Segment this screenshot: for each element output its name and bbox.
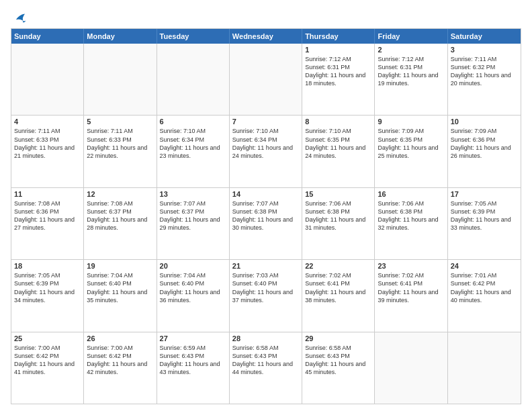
calendar-body: 1Sunrise: 7:12 AM Sunset: 6:31 PM Daylig… [11,44,521,404]
calendar-header: SundayMondayTuesdayWednesdayThursdayFrid… [11,29,521,44]
day-number: 23 [378,262,444,270]
day-number: 20 [160,262,226,270]
day-number: 22 [305,262,371,270]
cell-info: Sunrise: 7:10 AM Sunset: 6:35 PM Dayligh… [305,127,371,160]
cell-info: Sunrise: 7:12 AM Sunset: 6:31 PM Dayligh… [305,55,371,88]
cell-info: Sunrise: 7:08 AM Sunset: 6:37 PM Dayligh… [87,199,153,232]
calendar-cell: 20Sunrise: 7:04 AM Sunset: 6:40 PM Dayli… [157,260,230,331]
day-number: 2 [378,46,444,54]
calendar-cell [375,332,447,404]
day-number: 3 [451,46,518,54]
day-number: 14 [232,190,299,198]
calendar-cell: 24Sunrise: 7:01 AM Sunset: 6:42 PM Dayli… [448,260,521,331]
cell-info: Sunrise: 6:59 AM Sunset: 6:43 PM Dayligh… [160,344,226,377]
calendar-cell: 19Sunrise: 7:04 AM Sunset: 6:40 PM Dayli… [84,260,157,331]
calendar-cell [11,44,84,115]
calendar-row-5: 25Sunrise: 7:00 AM Sunset: 6:42 PM Dayli… [11,332,521,404]
day-number: 6 [160,118,226,126]
day-number: 19 [87,262,153,270]
calendar-cell [157,44,230,115]
cell-info: Sunrise: 7:08 AM Sunset: 6:36 PM Dayligh… [14,199,81,232]
calendar-cell: 26Sunrise: 7:00 AM Sunset: 6:42 PM Dayli… [84,332,157,404]
cell-info: Sunrise: 7:02 AM Sunset: 6:41 PM Dayligh… [378,271,444,304]
cell-info: Sunrise: 7:01 AM Sunset: 6:42 PM Dayligh… [451,271,518,304]
header-day-saturday: Saturday [448,29,521,44]
day-number: 9 [378,118,444,126]
calendar-row-4: 18Sunrise: 7:05 AM Sunset: 6:39 PM Dayli… [11,259,521,331]
calendar-cell: 15Sunrise: 7:06 AM Sunset: 6:38 PM Dayli… [302,188,375,259]
page-header [11,8,521,26]
cell-info: Sunrise: 7:07 AM Sunset: 6:37 PM Dayligh… [160,199,226,232]
calendar-cell: 18Sunrise: 7:05 AM Sunset: 6:39 PM Dayli… [11,260,84,331]
day-number: 25 [14,334,81,342]
day-number: 13 [160,190,226,198]
calendar-cell: 4Sunrise: 7:11 AM Sunset: 6:33 PM Daylig… [11,116,84,187]
calendar-row-3: 11Sunrise: 7:08 AM Sunset: 6:36 PM Dayli… [11,187,521,259]
cell-info: Sunrise: 6:58 AM Sunset: 6:43 PM Dayligh… [232,344,299,377]
header-day-sunday: Sunday [11,29,84,44]
cell-info: Sunrise: 7:12 AM Sunset: 6:31 PM Dayligh… [378,55,444,88]
day-number: 26 [87,334,153,342]
day-number: 1 [305,46,371,54]
calendar-cell: 11Sunrise: 7:08 AM Sunset: 6:36 PM Dayli… [11,188,84,259]
calendar-row-1: 1Sunrise: 7:12 AM Sunset: 6:31 PM Daylig… [11,44,521,115]
cell-info: Sunrise: 7:00 AM Sunset: 6:42 PM Dayligh… [14,344,81,377]
day-number: 4 [14,118,81,126]
logo [11,11,27,26]
day-number: 29 [305,334,371,342]
calendar-cell: 2Sunrise: 7:12 AM Sunset: 6:31 PM Daylig… [375,44,447,115]
header-day-thursday: Thursday [302,29,375,44]
calendar-cell: 17Sunrise: 7:05 AM Sunset: 6:39 PM Dayli… [448,188,521,259]
calendar-cell: 22Sunrise: 7:02 AM Sunset: 6:41 PM Dayli… [302,260,375,331]
calendar: SundayMondayTuesdayWednesdayThursdayFrid… [11,28,521,404]
calendar-cell: 25Sunrise: 7:00 AM Sunset: 6:42 PM Dayli… [11,332,84,404]
cell-info: Sunrise: 7:10 AM Sunset: 6:34 PM Dayligh… [160,127,226,160]
day-number: 10 [451,118,518,126]
header-day-friday: Friday [375,29,447,44]
calendar-cell [230,44,302,115]
cell-info: Sunrise: 7:03 AM Sunset: 6:40 PM Dayligh… [232,271,299,304]
calendar-cell: 21Sunrise: 7:03 AM Sunset: 6:40 PM Dayli… [230,260,302,331]
calendar-cell: 29Sunrise: 6:58 AM Sunset: 6:43 PM Dayli… [302,332,375,404]
calendar-cell: 10Sunrise: 7:09 AM Sunset: 6:36 PM Dayli… [448,116,521,187]
day-number: 21 [232,262,299,270]
day-number: 7 [232,118,299,126]
day-number: 18 [14,262,81,270]
cell-info: Sunrise: 7:04 AM Sunset: 6:40 PM Dayligh… [87,271,153,304]
calendar-row-2: 4Sunrise: 7:11 AM Sunset: 6:33 PM Daylig… [11,115,521,187]
day-number: 11 [14,190,81,198]
calendar-cell: 13Sunrise: 7:07 AM Sunset: 6:37 PM Dayli… [157,188,230,259]
cell-info: Sunrise: 7:04 AM Sunset: 6:40 PM Dayligh… [160,271,226,304]
calendar-cell: 9Sunrise: 7:09 AM Sunset: 6:35 PM Daylig… [375,116,447,187]
cell-info: Sunrise: 7:07 AM Sunset: 6:38 PM Dayligh… [232,199,299,232]
cell-info: Sunrise: 7:11 AM Sunset: 6:32 PM Dayligh… [451,55,518,88]
cell-info: Sunrise: 7:11 AM Sunset: 6:33 PM Dayligh… [87,127,153,160]
cell-info: Sunrise: 7:09 AM Sunset: 6:35 PM Dayligh… [378,127,444,160]
cell-info: Sunrise: 7:02 AM Sunset: 6:41 PM Dayligh… [305,271,371,304]
calendar-cell: 7Sunrise: 7:10 AM Sunset: 6:34 PM Daylig… [230,116,302,187]
day-number: 12 [87,190,153,198]
logo-bird-icon [12,11,27,26]
day-number: 8 [305,118,371,126]
day-number: 15 [305,190,371,198]
calendar-cell: 27Sunrise: 6:59 AM Sunset: 6:43 PM Dayli… [157,332,230,404]
cell-info: Sunrise: 7:05 AM Sunset: 6:39 PM Dayligh… [14,271,81,304]
header-day-monday: Monday [84,29,157,44]
calendar-cell: 5Sunrise: 7:11 AM Sunset: 6:33 PM Daylig… [84,116,157,187]
cell-info: Sunrise: 7:00 AM Sunset: 6:42 PM Dayligh… [87,344,153,377]
cell-info: Sunrise: 7:05 AM Sunset: 6:39 PM Dayligh… [451,199,518,232]
cell-info: Sunrise: 7:06 AM Sunset: 6:38 PM Dayligh… [378,199,444,232]
calendar-cell: 12Sunrise: 7:08 AM Sunset: 6:37 PM Dayli… [84,188,157,259]
calendar-cell: 28Sunrise: 6:58 AM Sunset: 6:43 PM Dayli… [230,332,302,404]
calendar-cell: 3Sunrise: 7:11 AM Sunset: 6:32 PM Daylig… [448,44,521,115]
day-number: 16 [378,190,444,198]
cell-info: Sunrise: 7:10 AM Sunset: 6:34 PM Dayligh… [232,127,299,160]
day-number: 5 [87,118,153,126]
calendar-cell: 16Sunrise: 7:06 AM Sunset: 6:38 PM Dayli… [375,188,447,259]
calendar-cell: 1Sunrise: 7:12 AM Sunset: 6:31 PM Daylig… [302,44,375,115]
cell-info: Sunrise: 7:06 AM Sunset: 6:38 PM Dayligh… [305,199,371,232]
calendar-cell: 6Sunrise: 7:10 AM Sunset: 6:34 PM Daylig… [157,116,230,187]
calendar-cell: 14Sunrise: 7:07 AM Sunset: 6:38 PM Dayli… [230,188,302,259]
calendar-cell [448,332,521,404]
day-number: 24 [451,262,518,270]
